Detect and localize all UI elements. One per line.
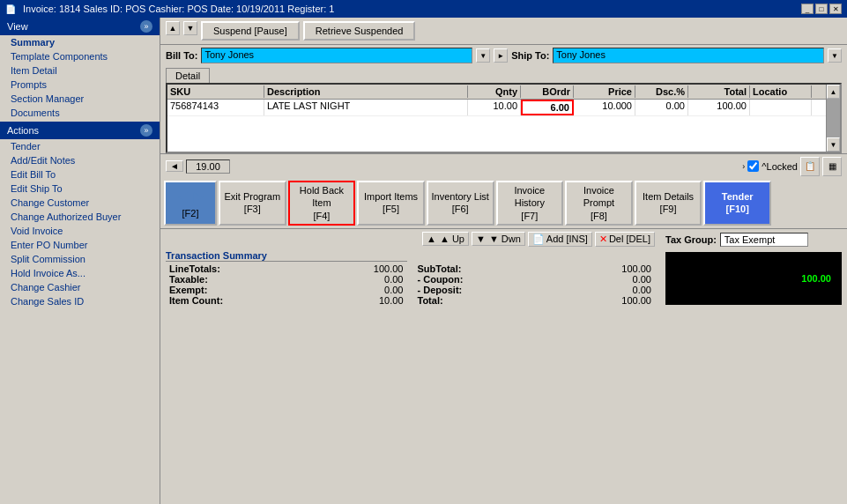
fkey-f9-btn[interactable]: Item Details [F9] [635,181,702,226]
sidebar-item-prompts[interactable]: Prompts [0,78,160,92]
bill-to-input[interactable]: Tony Jones [201,48,472,63]
sidebar-item-void-invoice[interactable]: Void Invoice [0,224,160,238]
bottom-left: ▲ ▲ Up ▼ ▼ Dwn 📄 Add [INS] ✕ [160,229,660,308]
deposit-value: 0.00 [607,285,651,295]
sidebar-item-documents[interactable]: Documents [0,106,160,120]
nav-prev-btn[interactable]: ◄ [166,160,183,172]
bottom-section: ▲ ▲ Up ▼ ▼ Dwn 📄 Add [INS] ✕ [160,228,847,308]
sidebar-item-template-components[interactable]: Template Components [0,49,160,63]
fkey-f6-btn[interactable]: Inventory List[F6] [427,181,494,226]
total-row: Total: 100.00 [414,295,656,306]
actions-label: Actions [7,125,39,136]
fkey-f10-btn[interactable]: Tender[F10] [703,181,771,226]
tax-group-input[interactable]: Tax Exempt [720,233,808,247]
ship-to-input[interactable]: Tony Jones [553,48,824,63]
add-button[interactable]: 📄 Add [INS] [528,232,592,247]
fkey-f10-label: Tender[F10] [722,190,754,216]
fkey-f2-btn[interactable]: ◄► [F2] [164,181,217,226]
exempt-label: Exempt: [169,285,207,295]
del-icon: ✕ [599,233,607,245]
bill-to-down-arrow[interactable]: ▼ [476,48,490,63]
title-text: Invoice: 1814 Sales ID: POS Cashier: POS… [23,4,334,14]
sidebar: View » Summary Template Components Item … [0,18,160,504]
sidebar-item-change-sales-id[interactable]: Change Sales ID [0,294,160,308]
top-buttons-bar: ▲ ▼ Suspend [Pause] Retrieve Suspended [160,18,847,45]
sidebar-item-split-commission[interactable]: Split Commission [0,252,160,266]
ship-to-label: Ship To: [511,50,549,61]
sidebar-item-change-cashier[interactable]: Change Cashier [0,280,160,294]
sidebar-item-enter-po-number[interactable]: Enter PO Number [0,238,160,252]
sidebar-item-edit-ship-to[interactable]: Edit Ship To [0,182,160,196]
bill-to-label: Bill To: [166,50,197,61]
bill-to-right-arrow[interactable]: ► [494,48,508,63]
fkey-f4-btn[interactable]: Hold Back Item[F4] [288,181,356,226]
close-button[interactable]: ✕ [829,4,842,14]
ship-to-arrow[interactable]: ▼ [828,48,842,63]
transaction-summary-title: Transaction Summary [166,250,407,262]
sidebar-item-item-detail[interactable]: Item Detail [0,63,160,78]
line-totals-label: LineTotals: [169,263,220,274]
locked-checkbox[interactable] [747,160,759,172]
actions-section: Actions » Tender Add/Edit Notes Edit Bil… [0,122,160,308]
toolbar-icon-2[interactable]: ▦ [822,157,842,176]
tax-group-row: ▲ ▲ Up ▼ ▼ Dwn 📄 Add [INS] ✕ [166,232,655,247]
coupon-label: - Coupon: [418,274,464,285]
sidebar-item-add-edit-notes[interactable]: Add/Edit Notes [0,153,160,167]
view-section: View » Summary Template Components Item … [0,18,160,120]
nav-up-button[interactable]: ▲ [166,21,180,35]
fkey-f2-arrow-icon: ◄► [175,187,206,207]
maximize-button[interactable]: □ [815,4,828,14]
content-area: ▲ ▼ Suspend [Pause] Retrieve Suspended B… [160,18,847,504]
item-count-value: 10.00 [360,295,404,306]
tab-detail[interactable]: Detail [166,68,210,83]
sidebar-item-change-authorized-buyer[interactable]: Change Authorized Buyer [0,210,160,224]
modal-overlay: Hold Back _ □ ✕ Item Quantity: 10.00 [167,85,840,152]
tax-group-field-row: Tax Group: Tax Exempt [665,233,842,247]
item-count-row: Item Count: 10.00 [166,295,407,306]
total-value: 100.00 [607,295,651,306]
fkey-f3-btn[interactable]: Exit Program[F3] [219,181,286,226]
taxable-label: Taxable: [169,274,208,285]
view-header[interactable]: View » [0,18,160,35]
sidebar-item-change-customer[interactable]: Change Customer [0,196,160,210]
title-bar: 📄 Invoice: 1814 Sales ID: POS Cashier: P… [0,0,847,18]
minimize-button[interactable]: _ [801,4,814,14]
nav-down-button[interactable]: ▼ [183,21,197,35]
fkey-f4-label: Hold Back Item[F4] [292,184,353,222]
subtotal-label: SubTotal: [418,263,462,274]
actions-header[interactable]: Actions » [0,122,160,139]
retrieve-suspended-button[interactable]: Retrieve Suspended [303,21,416,41]
grand-total-display: 100.00 [665,252,842,305]
sidebar-item-section-manager[interactable]: Section Manager [0,92,160,106]
subtotal-value: 100.00 [607,263,651,274]
deposit-row: - Deposit: 0.00 [414,285,656,295]
up-button[interactable]: ▲ ▲ Up [422,232,469,246]
fkey-f7-label: Invoice History[F7] [500,184,561,222]
suspend-button[interactable]: Suspend [Pause] [201,21,300,41]
item-count-label: Item Count: [169,295,223,306]
down-button[interactable]: ▼ ▼ Dwn [472,232,525,246]
tax-group-label: Tax Group: [665,234,717,245]
fkey-f8-btn[interactable]: Invoice Prompt[F8] [565,181,633,226]
fkey-f3-label: Exit Program[F3] [225,190,281,216]
fkey-f5-btn[interactable]: Import Items [F5] [357,181,425,226]
del-button[interactable]: ✕ Del [DEL] [595,232,655,247]
bottom-toolbar: ◄ 19.00 › ^Locked 📋 ▦ [160,153,847,178]
coupon-value: 0.00 [607,274,651,285]
view-collapse-icon[interactable]: » [140,20,152,33]
total-label: Total: [418,295,443,306]
sidebar-item-edit-bill-to[interactable]: Edit Bill To [0,167,160,182]
action-buttons-row: ▲ ▲ Up ▼ ▼ Dwn 📄 Add [INS] ✕ [166,232,655,247]
fkey-f5-label: Import Items [F5] [360,190,421,216]
locked-label: ^Locked [762,161,798,172]
sidebar-item-tender[interactable]: Tender [0,139,160,153]
down-icon: ▼ [476,233,486,244]
fkey-f7-btn[interactable]: Invoice History[F7] [496,181,564,226]
actions-collapse-icon[interactable]: » [140,124,152,137]
toolbar-icon-1[interactable]: 📋 [800,157,820,176]
bill-ship-row: Bill To: Tony Jones ▼ ► Ship To: Tony Jo… [160,45,847,66]
toolbar-number: 19.00 [186,159,230,174]
sidebar-item-summary[interactable]: Summary [0,35,160,49]
line-totals-row: LineTotals: 100.00 [166,263,407,274]
sidebar-item-hold-invoice[interactable]: Hold Invoice As... [0,266,160,280]
